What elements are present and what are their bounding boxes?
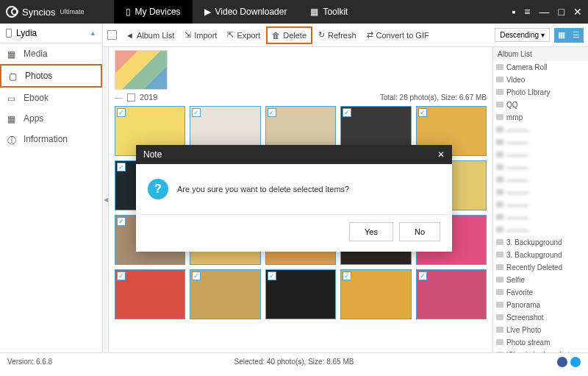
- question-icon: ?: [148, 179, 168, 199]
- confirm-dialog: Note ✕ ? Are you sure you want to delete…: [136, 145, 452, 252]
- dialog-title: Note: [143, 149, 162, 160]
- dialog-close-icon[interactable]: ✕: [437, 149, 445, 160]
- yes-button[interactable]: Yes: [349, 222, 393, 241]
- dialog-message: Are you sure you want to delete selected…: [177, 185, 349, 194]
- no-button[interactable]: No: [399, 222, 440, 241]
